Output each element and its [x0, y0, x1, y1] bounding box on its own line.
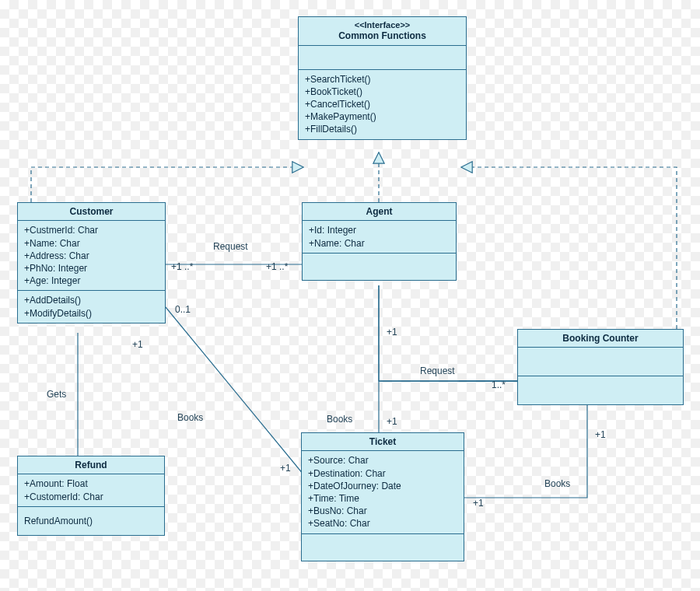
class-agent[interactable]: Agent +Id: Integer +Name: Char: [302, 202, 457, 281]
class-customer[interactable]: Customer +CustmerId: Char +Name: Char +A…: [17, 202, 166, 323]
attribute: +CustmerId: Char: [24, 224, 159, 236]
attribute: +CustomerId: Char: [24, 491, 158, 503]
attribute: +SeatNo: Char: [308, 517, 457, 530]
operations-compartment: +SearchTicket() +BookTicket() +CancelTic…: [299, 70, 466, 139]
attribute: +Name: Char: [309, 237, 450, 250]
attributes-compartment: +Source: Char +Destination: Char +DateOf…: [302, 451, 464, 533]
class-name: Agent: [303, 203, 456, 221]
attribute: +Amount: Float: [24, 477, 158, 490]
attribute: +Id: Integer: [309, 224, 450, 236]
operation: +BookTicket(): [305, 86, 460, 98]
multiplicity: +1: [473, 498, 484, 509]
class-ticket[interactable]: Ticket +Source: Char +Destination: Char …: [301, 432, 464, 561]
assoc-label-gets: Gets: [47, 389, 66, 400]
class-booking-counter[interactable]: Booking Counter: [517, 329, 684, 405]
multiplicity: +1: [387, 327, 397, 337]
multiplicity: +1: [280, 463, 291, 474]
operations-compartment: RefundAmount(): [18, 507, 164, 535]
multiplicity: +1 ..*: [266, 261, 288, 272]
class-name: Booking Counter: [518, 330, 683, 348]
multiplicity: 1..*: [492, 379, 506, 390]
multiplicity: +1: [387, 416, 397, 427]
attributes-compartment: +Id: Integer +Name: Char: [303, 221, 456, 253]
operation: +FillDetails(): [305, 123, 460, 135]
attribute: +Age: Integer: [24, 275, 159, 287]
assoc-label-books: Books: [327, 414, 352, 425]
attribute: +Destination: Char: [308, 467, 457, 480]
attribute: +Time: Time: [308, 492, 457, 505]
operations-compartment: [302, 534, 464, 561]
attribute: +DateOfJourney: Date: [308, 480, 457, 492]
attribute: +PhNo: Integer: [24, 262, 159, 275]
attributes-compartment: [518, 348, 683, 376]
assoc-label-request: Request: [420, 365, 455, 376]
attribute: +Source: Char: [308, 454, 457, 467]
diagram-canvas: <<Interface>> Common Functions +SearchTi…: [0, 0, 700, 591]
operation: +AddDetails(): [24, 294, 159, 306]
operation: +CancelTicket(): [305, 98, 460, 110]
stereotype-label: <<Interface>>: [303, 20, 461, 30]
multiplicity: +1: [132, 339, 143, 350]
multiplicity: +1 ..*: [171, 261, 193, 272]
class-name: Ticket: [302, 433, 464, 451]
operation: +ModifyDetails(): [24, 307, 159, 320]
class-common-functions[interactable]: <<Interface>> Common Functions +SearchTi…: [298, 16, 467, 140]
attribute: +Name: Char: [24, 237, 159, 250]
class-name: Customer: [18, 203, 165, 221]
operations-compartment: +AddDetails() +ModifyDetails(): [18, 291, 165, 322]
operation: +MakePayment(): [305, 110, 460, 123]
attribute: +Address: Char: [24, 250, 159, 262]
operation: RefundAmount(): [24, 515, 158, 527]
assoc-label-request: Request: [213, 241, 248, 252]
assoc-label-books: Books: [544, 478, 570, 489]
class-refund[interactable]: Refund +Amount: Float +CustomerId: Char …: [17, 456, 165, 536]
class-name: Refund: [18, 456, 164, 474]
svg-line-3: [166, 307, 303, 474]
multiplicity: 0..1: [175, 304, 191, 315]
operation: +SearchTicket(): [305, 73, 460, 86]
attributes-compartment: [299, 46, 466, 70]
operations-compartment: [303, 254, 456, 280]
class-name: Common Functions: [303, 30, 461, 41]
attribute: +BusNo: Char: [308, 505, 457, 517]
attributes-compartment: +CustmerId: Char +Name: Char +Address: C…: [18, 221, 165, 291]
operations-compartment: [518, 376, 683, 404]
attributes-compartment: +Amount: Float +CustomerId: Char: [18, 474, 164, 506]
assoc-label-books: Books: [177, 412, 203, 423]
multiplicity: +1: [595, 429, 606, 440]
